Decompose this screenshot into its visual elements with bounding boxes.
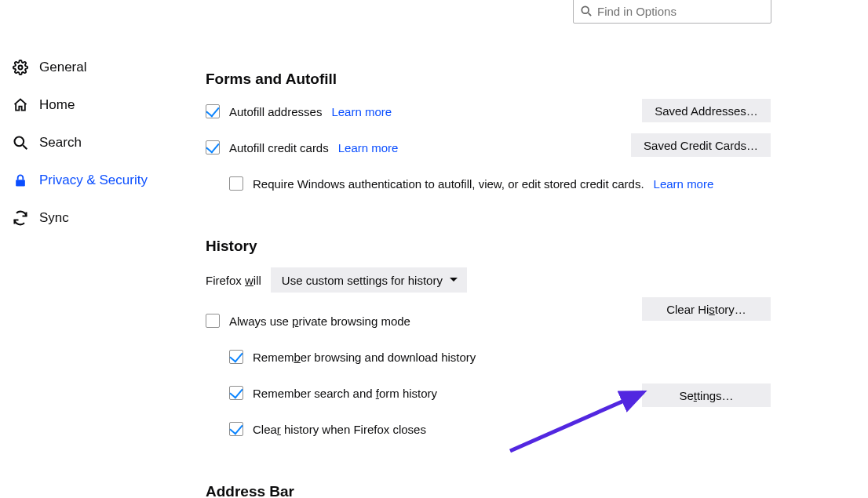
remember-browsing-checkbox[interactable]	[229, 350, 243, 364]
saved-cards-button[interactable]: Saved Credit Cards…	[631, 133, 771, 157]
forms-heading: Forms and Autofill	[206, 71, 771, 88]
sidebar-item-home[interactable]: Home	[9, 86, 174, 124]
history-mode-select[interactable]: Use custom settings for history	[271, 267, 467, 293]
address-bar-heading: Address Bar	[206, 483, 771, 498]
gear-icon	[13, 60, 28, 75]
clear-history-button[interactable]: Clear History…	[642, 297, 771, 321]
remember-search-label: Remember search and form history	[253, 387, 437, 400]
search-icon	[581, 5, 592, 16]
firefox-will-label: Firefox will	[206, 274, 261, 287]
sidebar-item-label: General	[39, 60, 86, 75]
autofill-cards-checkbox[interactable]	[206, 140, 220, 154]
sidebar: General Home Search Privacy & Security S…	[9, 49, 174, 237]
forms-section: Forms and Autofill Autofill addresses Le…	[206, 71, 771, 194]
svg-point-0	[582, 6, 589, 13]
autofill-addresses-label: Autofill addresses	[229, 105, 322, 118]
sync-icon	[13, 210, 28, 226]
private-browsing-label: Always use private browsing mode	[229, 314, 410, 328]
autofill-cards-learn-more[interactable]: Learn more	[338, 141, 399, 154]
sidebar-item-search[interactable]: Search	[9, 124, 174, 162]
clear-on-close-label: Clear history when Firefox closes	[253, 423, 426, 436]
remember-browsing-label: Remember browsing and download history	[253, 351, 476, 364]
address-bar-section: Address Bar When using the address bar, …	[206, 483, 771, 498]
svg-point-2	[19, 66, 23, 70]
saved-addresses-button[interactable]: Saved Addresses…	[642, 99, 771, 122]
sidebar-item-sync[interactable]: Sync	[9, 199, 174, 237]
require-auth-learn-more[interactable]: Learn more	[654, 177, 714, 191]
require-auth-checkbox[interactable]	[229, 176, 243, 191]
settings-button[interactable]: Settings…	[642, 383, 771, 407]
history-section: History Firefox will Use custom settings…	[206, 238, 771, 440]
lock-icon	[13, 173, 28, 188]
svg-point-3	[15, 137, 24, 147]
history-heading: History	[206, 238, 771, 255]
autofill-cards-label: Autofill credit cards	[229, 141, 329, 154]
private-browsing-checkbox[interactable]	[206, 314, 220, 328]
svg-line-4	[23, 145, 27, 149]
sidebar-item-privacy[interactable]: Privacy & Security	[9, 162, 174, 199]
sidebar-item-label: Search	[39, 135, 82, 151]
sidebar-item-label: Sync	[39, 210, 69, 226]
svg-line-1	[589, 13, 592, 16]
autofill-addresses-checkbox[interactable]	[206, 104, 220, 118]
svg-rect-5	[16, 180, 25, 186]
search-icon	[13, 135, 28, 151]
autofill-addresses-learn-more[interactable]: Learn more	[331, 105, 392, 118]
clear-on-close-checkbox[interactable]	[229, 422, 243, 436]
sidebar-item-general[interactable]: General	[9, 49, 174, 86]
main-content: Forms and Autofill Autofill addresses Le…	[206, 71, 771, 498]
search-input[interactable]	[573, 0, 771, 24]
home-icon	[13, 97, 28, 113]
require-auth-label: Require Windows authentication to autofi…	[253, 177, 644, 191]
sidebar-item-label: Privacy & Security	[39, 173, 148, 188]
remember-search-checkbox[interactable]	[229, 386, 243, 400]
sidebar-item-label: Home	[39, 97, 75, 113]
